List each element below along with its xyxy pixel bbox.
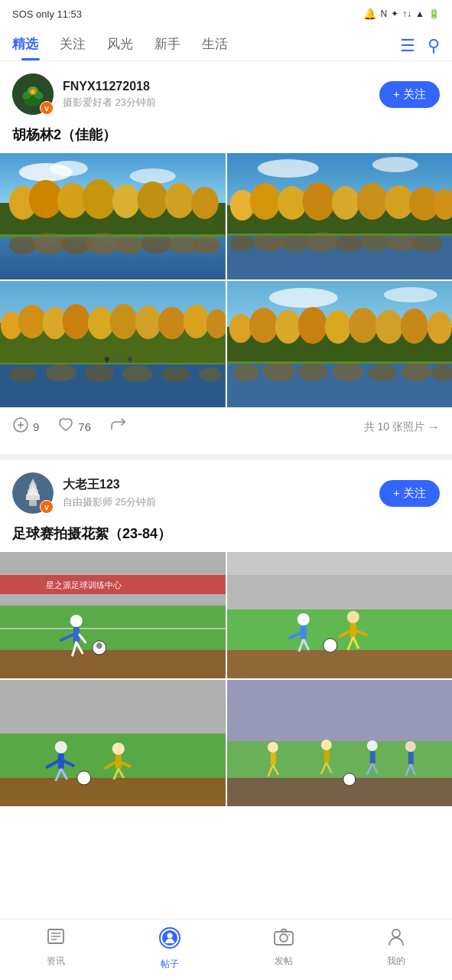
v-badge-1: v (40, 101, 54, 115)
svg-point-93 (233, 364, 259, 381)
wifi-icon: ▲ (415, 8, 424, 19)
svg-point-73 (46, 364, 76, 381)
svg-point-160 (267, 742, 278, 753)
svg-point-25 (116, 236, 144, 254)
nfc-icon: N (380, 8, 387, 19)
nav-actions: ☰ ⚲ (400, 36, 440, 56)
svg-rect-110 (26, 495, 40, 500)
svg-point-94 (262, 361, 294, 381)
svg-point-172 (405, 741, 415, 752)
svg-rect-143 (0, 778, 226, 806)
grid-image-2-tr[interactable] (227, 552, 453, 678)
username-1[interactable]: FNYX11272018 (63, 80, 379, 93)
svg-point-67 (116, 356, 121, 361)
svg-point-144 (55, 741, 67, 753)
svg-rect-78 (0, 363, 226, 364)
bottom-nav-item-mine[interactable]: 我的 (385, 926, 407, 971)
status-right: 🔔 N ✦ ↑↓ ▲ 🔋 (363, 8, 440, 20)
post-card-2: v 大老王123 自由摄影师 25分钟前 + 关注 足球赛拍摄花絮（23-84） (0, 460, 452, 806)
svg-point-89 (375, 310, 402, 344)
grid-image-2-tl[interactable]: 星之源足球训练中心 (0, 552, 226, 678)
svg-point-83 (229, 314, 252, 343)
svg-point-63 (184, 305, 210, 338)
svg-point-37 (302, 182, 334, 220)
svg-point-90 (400, 309, 428, 344)
svg-point-87 (324, 310, 350, 344)
signal-icon: ↑↓ (402, 8, 411, 19)
user-info-1: FNYX11272018 摄影爱好者 23分钟前 (63, 80, 379, 109)
avatar-wrapper-2[interactable]: v (12, 472, 54, 514)
tab-shenghuo[interactable]: 生活 (191, 31, 239, 60)
grid-image-1-bl[interactable] (0, 281, 226, 407)
svg-rect-111 (29, 500, 37, 506)
tab-xinshou[interactable]: 新手 (144, 31, 191, 60)
follow-btn-1[interactable]: + 关注 (379, 81, 440, 108)
svg-rect-169 (369, 751, 375, 763)
main-content: v FNYX11272018 摄影爱好者 23分钟前 + 关注 胡杨林2（佳能） (0, 61, 452, 869)
svg-rect-117 (0, 650, 226, 678)
svg-point-51 (411, 235, 442, 252)
svg-point-150 (112, 743, 125, 755)
nav-tabs-bar: 精选 关注 风光 新手 生活 ☰ ⚲ (0, 24, 452, 61)
svg-point-38 (331, 186, 359, 220)
svg-rect-142 (0, 733, 226, 779)
grid-image-1-tl[interactable] (0, 153, 226, 279)
grid-image-2-bl[interactable] (0, 680, 226, 806)
svg-rect-128 (227, 552, 453, 575)
svg-point-91 (427, 312, 451, 344)
svg-point-61 (135, 305, 161, 339)
search-icon[interactable]: ⚲ (428, 36, 440, 56)
bottom-nav-item-posts[interactable]: 帖子 (158, 926, 182, 971)
svg-point-44 (229, 236, 254, 251)
like-action-1[interactable]: 76 (57, 416, 91, 437)
tab-guanzhu[interactable]: 关注 (49, 31, 96, 60)
avatar-wrapper-1[interactable]: v (12, 74, 54, 115)
svg-point-17 (138, 181, 168, 218)
svg-point-74 (85, 365, 114, 382)
bottom-nav-item-post[interactable]: 发帖 (273, 926, 294, 971)
svg-point-32 (372, 157, 418, 172)
grid-image-2-br[interactable] (227, 680, 453, 806)
svg-point-56 (18, 305, 46, 338)
tab-fengjing[interactable]: 风光 (96, 31, 144, 60)
grid-image-1-br[interactable] (227, 281, 453, 407)
svg-point-21 (9, 236, 37, 254)
post-header-2: v 大老王123 自由摄影师 25分钟前 + 关注 (0, 460, 452, 521)
svg-point-60 (110, 304, 138, 339)
menu-icon[interactable]: ☰ (400, 36, 415, 56)
svg-rect-127 (227, 650, 453, 678)
svg-point-65 (105, 357, 109, 361)
comment-icon-1 (12, 416, 29, 437)
svg-point-134 (346, 611, 359, 623)
comment-action-1[interactable]: 9 (12, 416, 39, 437)
share-action-1[interactable] (109, 416, 126, 437)
svg-point-118 (70, 615, 83, 627)
svg-point-39 (356, 183, 387, 220)
svg-point-69 (128, 357, 132, 361)
svg-rect-29 (0, 234, 226, 237)
grid-image-1-tr[interactable] (227, 153, 453, 279)
svg-point-19 (191, 187, 219, 219)
photos-arrow-1: → (428, 420, 440, 434)
bottom-nav-item-news[interactable]: 资讯 (45, 926, 67, 971)
svg-point-28 (193, 237, 220, 253)
follow-btn-2[interactable]: + 关注 (379, 480, 440, 507)
post-meta-1: 摄影爱好者 23分钟前 (63, 96, 379, 109)
svg-point-186 (288, 934, 290, 936)
post-footer-1: 9 76 共 10 张照片 → (0, 407, 452, 446)
svg-point-98 (401, 363, 431, 381)
mine-icon (385, 926, 407, 952)
status-bar: SOS only 11:53 🔔 N ✦ ↑↓ ▲ 🔋 (0, 0, 452, 24)
photos-link-1[interactable]: 共 10 张照片 → (364, 420, 440, 434)
svg-rect-141 (0, 680, 226, 733)
tab-jingxuan[interactable]: 精选 (12, 31, 49, 60)
camera-icon (273, 926, 294, 952)
notification-icon: 🔔 (363, 8, 376, 20)
svg-point-81 (383, 287, 437, 302)
news-icon (45, 926, 67, 952)
username-2[interactable]: 大老王123 (63, 477, 379, 493)
svg-point-75 (122, 365, 153, 382)
post-title-1: 胡杨林2（佳能） (0, 122, 452, 153)
heart-icon-1 (57, 416, 74, 437)
image-grid-2: 星之源足球训练中心 (0, 552, 452, 806)
